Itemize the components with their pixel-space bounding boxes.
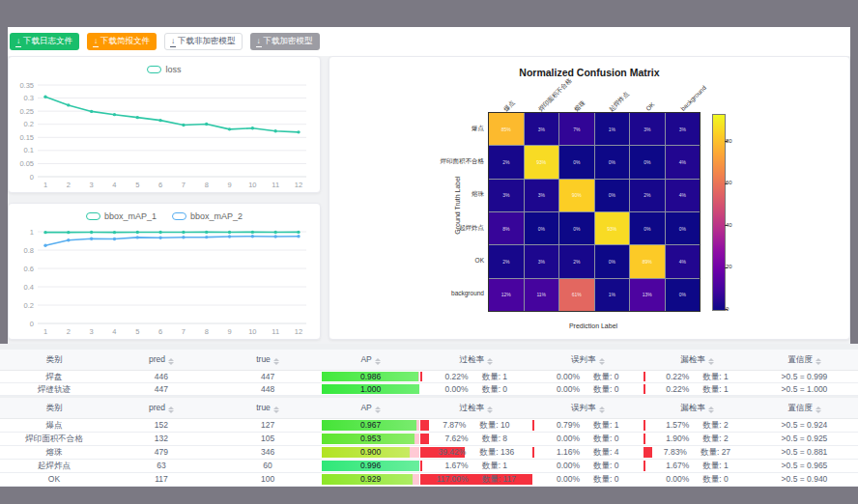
column-header-置信度[interactable]: 置信度: [751, 350, 858, 370]
column-header-pred[interactable]: pred: [108, 350, 214, 370]
sort-icon[interactable]: [168, 406, 174, 413]
confidence-cell: >0.5 = 1.000: [751, 383, 858, 395]
column-header-过检率[interactable]: 过检率: [420, 350, 531, 370]
svg-text:9: 9: [227, 181, 231, 189]
column-header-误判率[interactable]: 误判率: [532, 398, 644, 418]
overkill-rate-cell: 7.87%数量: 10: [420, 419, 531, 432]
pred-value: 152: [108, 419, 214, 432]
svg-text:12: 12: [295, 327, 302, 336]
sort-icon[interactable]: [599, 358, 605, 365]
column-header-漏检率[interactable]: 漏检率: [644, 350, 751, 370]
class-label: OK: [0, 473, 108, 486]
rate-count: 数量: 136: [479, 446, 514, 459]
sort-icon[interactable]: [599, 406, 605, 413]
svg-text:0.05: 0.05: [19, 159, 34, 168]
legend-item-bbox_mAP_1[interactable]: bbox_mAP_1: [86, 211, 157, 221]
ap-value: 0.986: [360, 372, 381, 381]
rate-percent: 0.00%: [557, 383, 580, 395]
matrix-cell: 61%: [559, 279, 594, 311]
matrix-cell: 3%: [666, 113, 701, 145]
rate-percent: 0.00%: [445, 383, 469, 395]
column-header-误判率[interactable]: 误判率: [532, 350, 644, 370]
true-value: 447: [214, 371, 321, 382]
class-label: 焊缝轨迹: [0, 383, 108, 395]
sort-icon[interactable]: [375, 358, 381, 365]
matrix-cell: 3%: [525, 113, 559, 145]
rate-percent: 1.67%: [445, 460, 469, 472]
column-header-label: 过检率: [460, 403, 485, 412]
misjudge-rate-cell: 1.16%数量: 4: [532, 446, 644, 459]
sort-icon[interactable]: [273, 358, 279, 365]
table-row: 爆点1521270.9677.87%数量: 100.79%数量: 11.57%数…: [0, 419, 858, 433]
pred-value: 446: [108, 371, 214, 382]
rate-percent: 1.16%: [557, 446, 580, 459]
map-chart-legend: bbox_mAP_1bbox_mAP_2: [9, 204, 320, 226]
pred-value: 479: [108, 446, 214, 459]
pred-value: 132: [108, 433, 214, 445]
download-button-2[interactable]: ↓下载简报文件: [87, 33, 157, 50]
download-button-1[interactable]: ↓下载日志文件: [10, 33, 79, 50]
matrix-cell: 0%: [666, 212, 701, 244]
svg-text:7: 7: [182, 327, 186, 336]
column-header-class: 类别: [0, 398, 108, 418]
matrix-cell: 0%: [525, 212, 559, 244]
column-header-过检率[interactable]: 过检率: [420, 398, 531, 418]
download-button-3[interactable]: ↓下载非加密模型: [164, 33, 243, 50]
sort-icon[interactable]: [708, 358, 714, 365]
rate-percent: 0.22%: [666, 383, 689, 395]
matrix-cell: 93%: [525, 146, 559, 178]
column-header-label: 类别: [45, 403, 62, 412]
column-header-AP[interactable]: AP: [321, 398, 420, 418]
sort-icon[interactable]: [815, 358, 821, 365]
matrix-cell: 1%: [595, 113, 630, 145]
matrix-cell: 11%: [525, 279, 559, 311]
column-header-置信度[interactable]: 置信度: [751, 398, 858, 418]
rate-percent: 117.00%: [437, 473, 469, 486]
rate-count: 数量: 0: [593, 433, 618, 445]
rate-percent: 39.42%: [438, 446, 466, 459]
matrix-cell: 3%: [525, 245, 559, 277]
sort-icon[interactable]: [375, 406, 381, 413]
matrix-row-label: 起焊炸点: [430, 224, 484, 233]
svg-text:0: 0: [30, 173, 34, 182]
confidence-cell: >0.5 = 0.925: [751, 433, 858, 445]
column-header-true[interactable]: true: [214, 350, 321, 370]
rate-percent: 1.67%: [666, 460, 689, 472]
sort-icon[interactable]: [708, 406, 714, 413]
column-header-AP[interactable]: AP: [321, 350, 420, 370]
svg-text:0.3: 0.3: [24, 94, 34, 102]
metrics-table-1: 类别predtrueAP过检率误判率漏检率置信度焊盘4464470.9860.2…: [0, 350, 858, 396]
colorbar-tick-label: 20: [726, 264, 732, 269]
pred-value: 447: [108, 383, 214, 395]
sort-icon[interactable]: [273, 406, 279, 413]
miss-rate-cell: 1.90%数量: 2: [644, 433, 751, 445]
misjudge-rate-cell: 0.00%数量: 0: [532, 371, 644, 382]
column-header-pred[interactable]: pred: [108, 398, 214, 418]
matrix-cell: 2%: [630, 180, 665, 211]
svg-text:4: 4: [112, 327, 116, 336]
svg-text:11: 11: [272, 327, 279, 336]
column-header-漏检率[interactable]: 漏检率: [644, 398, 751, 418]
matrix-cell: 0%: [595, 245, 630, 277]
matrix-cell: 0%: [630, 212, 665, 244]
sort-icon[interactable]: [487, 358, 493, 365]
sort-icon[interactable]: [487, 406, 493, 413]
sort-icon[interactable]: [815, 406, 821, 413]
legend-item-loss[interactable]: loss: [147, 65, 181, 74]
svg-text:0.1: 0.1: [24, 146, 34, 154]
legend-label: bbox_mAP_2: [190, 211, 243, 221]
download-button-4: ↓下载加密模型: [250, 33, 320, 50]
download-icon: ↓: [16, 38, 20, 45]
sort-icon[interactable]: [168, 358, 174, 365]
prediction-axis-label: Prediction Label: [488, 322, 699, 329]
column-header-true[interactable]: true: [214, 398, 321, 418]
miss-rate-cell: 1.67%数量: 1: [644, 460, 751, 472]
pred-value: 63: [108, 460, 214, 472]
legend-item-bbox_mAP_2[interactable]: bbox_mAP_2: [172, 211, 243, 221]
overkill-rate-cell: 0.22%数量: 1: [420, 371, 531, 382]
loss-chart-card: loss 00.050.10.150.20.250.30.35123456789…: [8, 56, 321, 193]
svg-text:6: 6: [158, 327, 162, 336]
matrix-cell: 12%: [489, 279, 524, 311]
column-header-label: 类别: [45, 354, 62, 364]
rate-percent: 1.90%: [666, 433, 689, 445]
